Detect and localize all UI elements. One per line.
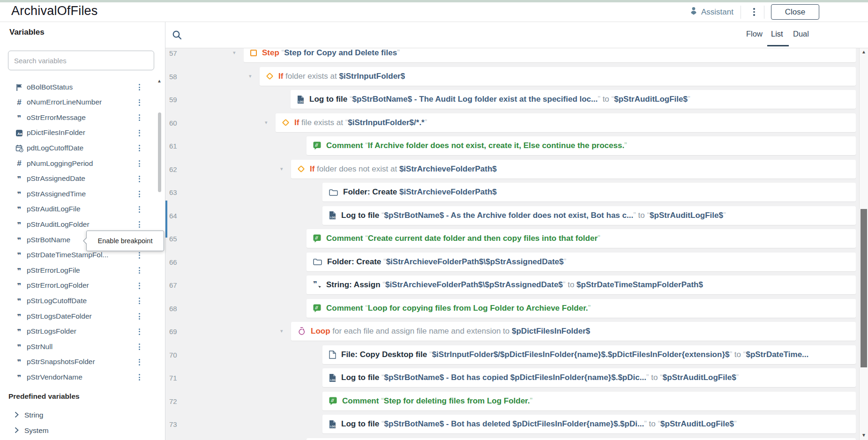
variable-row[interactable]: ❞pStrNull [0,339,155,355]
string-icon: ❞ [14,201,25,217]
variable-kebab-menu[interactable] [135,309,143,324]
variable-kebab-menu[interactable] [135,110,143,126]
variable-row[interactable]: ❞pStrVendorName [0,370,155,385]
action-row-66[interactable]: Folder: Create “$iStrArchieveFolderPath$… [307,253,856,271]
variable-kebab-menu[interactable] [135,125,143,141]
tab-list[interactable]: List [771,30,783,38]
variable-row[interactable]: ❞pStrErrorLogFile [0,263,155,278]
line-number: 67 [169,281,177,289]
collapse-toggle-icon[interactable]: ▾ [249,74,252,79]
action-row-74[interactable] [307,438,856,440]
variable-name: oStrErrorMessage [27,113,86,122]
string-icon: ❞ [14,324,25,339]
action-text: If folder exists at $iStrInputFolder$ [278,72,405,81]
variable-row[interactable]: pdtLogCutoffDate [0,141,155,156]
variables-heading: Variables [9,28,45,37]
group-label: String [24,411,44,419]
variable-row[interactable]: oBolBotStatus [0,80,155,95]
close-button[interactable]: Close [771,4,819,20]
action-row-67[interactable]: ❞String: Assign “$iStrArchieveFolderPath… [307,276,856,294]
variable-row[interactable]: ❞pStrAssignedTime [0,186,155,202]
action-row-57[interactable]: Step “Step for Copy and Delete files” [244,48,856,62]
action-row-59[interactable]: LOGLog to file “$pStrBotName$ - The Audi… [291,90,856,109]
variable-kebab-menu[interactable] [135,370,143,385]
sidebar-scrollbar-thumb[interactable] [158,112,161,192]
action-row-73[interactable]: LOGLog to file “$pStrBotName$ - Bot has … [322,415,856,433]
action-row-64[interactable]: LOGLog to file “$pStrBotName$ - As the A… [322,206,856,225]
variable-row[interactable]: ❞pStrAuditLogFile [0,201,155,217]
variable-row[interactable]: #oNumErrorLineNumber [0,95,155,110]
action-row-68[interactable]: //Comment “Loop for copying files from L… [307,299,856,318]
assistant-button[interactable]: Assistant [690,2,733,22]
chevron-right-icon [15,411,19,420]
variable-kebab-menu[interactable] [135,293,143,309]
header-kebab-menu[interactable] [748,2,760,22]
number-icon: # [14,156,25,172]
variable-row[interactable]: ❞pStrAssignedDate [0,171,155,186]
variable-name: pStrAuditLogFile [27,205,81,213]
variable-row[interactable]: ❞pStrAuditLogFolder [0,217,155,232]
action-row-69[interactable]: Loop for each file and assign file name … [291,322,856,341]
collapse-toggle-icon[interactable]: ▾ [265,120,268,125]
variable-kebab-menu[interactable] [135,95,143,110]
action-row-62[interactable]: If folder does not exist at $iStrArchiev… [291,160,856,179]
variable-row[interactable]: ❞pStrLogsDateFolder [0,309,155,324]
variable-row[interactable]: ❞pStrLogCutoffDate [0,293,155,309]
line-number: 71 [169,374,177,382]
variable-kebab-menu[interactable] [135,80,143,95]
variables-search-input[interactable] [8,51,154,70]
variable-row[interactable]: ❞oStrErrorMessage [0,110,155,126]
action-row-70[interactable]: File: Copy Desktop file “$iStrInputFolde… [322,345,856,364]
active-tab-underline [767,45,789,46]
action-row-65[interactable]: //Comment “Create current date folder an… [307,229,856,248]
action-row-71[interactable]: LOGLog to file “$pStrBotName$ - Bot has … [322,368,856,387]
variable-row[interactable]: ❞pStrSnapshotsFolder [0,354,155,370]
scroll-down-icon[interactable]: ▼ [860,433,868,439]
variable-kebab-menu[interactable] [135,339,143,355]
variable-kebab-menu[interactable] [135,201,143,217]
line-number: 70 [169,351,177,359]
scroll-up-icon[interactable]: ▲ [860,49,868,56]
tab-flow[interactable]: Flow [746,30,763,38]
action-text: Log to file “$pStrBotName$ - Bot has del… [341,419,737,429]
main-scrollbar-thumb[interactable] [861,209,867,367]
collapse-toggle-icon[interactable]: ▾ [280,328,283,334]
variable-name: pStrLogsFolder [27,327,76,336]
variable-row[interactable]: ❞pStrErrorLogFolder [0,278,155,293]
action-row-60[interactable]: If file exists at “$iStrInputFolder$/*.*… [276,113,856,132]
variable-kebab-menu[interactable] [135,186,143,202]
line-number: 65 [169,235,177,243]
variable-kebab-menu[interactable] [135,263,143,278]
variable-name: pStrNull [27,343,52,351]
svg-text:❞: ❞ [313,281,317,288]
main-scrollbar[interactable]: ▲ ▼ [859,48,868,440]
svg-text:LOG: LOG [330,216,336,219]
predefined-group-system[interactable]: System [0,424,155,438]
bot-title: ArchivalOfFiles [11,4,98,18]
line-number: 58 [169,73,177,81]
variable-row[interactable]: AapDictFilesInFolder [0,125,155,141]
if-icon [298,166,305,172]
collapse-toggle-icon[interactable]: ▾ [280,166,283,172]
variable-row[interactable]: #pNumLoggingPeriod [0,156,155,172]
if-icon [266,74,273,79]
variable-row[interactable]: ❞pStrLogsFolder [0,324,155,339]
variable-kebab-menu[interactable] [135,354,143,370]
variable-kebab-menu[interactable] [135,324,143,339]
predefined-group-string[interactable]: String [0,408,155,422]
variable-kebab-menu[interactable] [135,217,143,232]
action-row-63[interactable]: Folder: Create $iStrArchieveFolderPath$ [322,183,856,201]
variable-kebab-menu[interactable] [135,156,143,172]
action-row-58[interactable]: If folder exists at $iStrInputFolder$ [260,67,856,86]
sidebar-scroll-up-icon[interactable]: ▲ [156,78,163,84]
variable-kebab-menu[interactable] [135,278,143,293]
variable-kebab-menu[interactable] [135,141,143,156]
action-row-61[interactable]: //Comment “If Archive folder does not ex… [307,136,856,155]
variable-kebab-menu[interactable] [135,171,143,186]
action-row-72[interactable]: //Comment “Step for deleting files from … [322,392,856,410]
search-icon[interactable] [172,30,182,42]
datetime-icon [14,141,25,156]
collapse-toggle-icon[interactable]: ▾ [233,50,236,55]
variable-name: oBolBotStatus [27,83,73,91]
tab-dual[interactable]: Dual [793,30,809,38]
